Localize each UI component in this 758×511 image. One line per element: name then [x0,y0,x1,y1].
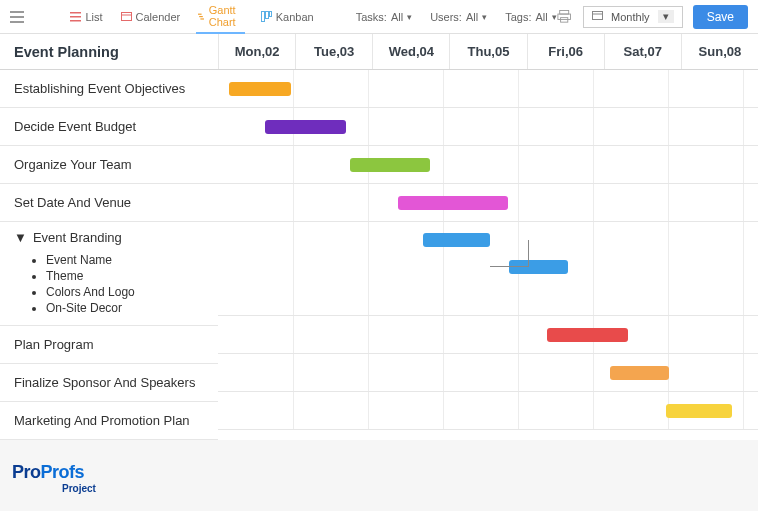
view-kanban[interactable]: Kanban [259,0,316,34]
svg-rect-6 [199,16,203,17]
footer-branding: ProProfs Project [0,440,758,504]
timeline-row [218,392,758,430]
task-list-pane: Event Planning Establishing Event Object… [0,34,218,440]
svg-rect-5 [198,14,202,15]
timeline-row [218,184,758,222]
task-row-label[interactable]: Organize Your Team [0,146,218,184]
chevron-down-icon: ▾ [407,12,412,22]
view-list-label: List [85,11,102,23]
svg-rect-1 [70,16,81,18]
calendar-icon [121,11,132,22]
filter-users[interactable]: Users: All ▾ [430,11,487,23]
task-row-label[interactable]: Marketing And Promotion Plan [0,402,218,440]
kanban-icon [261,11,272,22]
svg-rect-0 [70,12,81,14]
dependency-connector [490,240,529,267]
svg-rect-8 [261,12,264,22]
proprofs-logo: ProProfs [12,462,746,483]
task-row-label[interactable]: ▼ Event BrandingEvent NameThemeColors An… [0,222,218,326]
view-switcher: List Calender Gantt Chart Kanban [68,0,315,34]
view-list[interactable]: List [68,0,104,34]
gantt-bar[interactable] [547,328,628,342]
gantt-chart: Event Planning Establishing Event Object… [0,34,758,440]
day-column-header: Tue,03 [295,34,372,69]
logo-subtext: Project [62,483,746,494]
gantt-bar[interactable] [350,158,430,172]
view-calendar-label: Calender [136,11,181,23]
timeline-pane: Mon,02Tue,03Wed,04Thu,05Fri,06Sat,07Sun,… [218,34,758,440]
gantt-bar[interactable] [265,120,346,134]
gantt-bar[interactable] [229,82,291,96]
filter-bar: Tasks: All ▾ Users: All ▾ Tags: All ▾ [356,11,557,23]
view-gantt-label: Gantt Chart [209,4,243,28]
timeline-row [218,222,758,316]
period-select[interactable]: Monthly ▾ [583,6,683,28]
subtask-item[interactable]: On-Site Decor [46,301,135,315]
svg-rect-7 [201,19,205,20]
chevron-down-icon: ▾ [658,10,674,23]
task-row-label[interactable]: Establishing Event Objectives [0,70,218,108]
svg-rect-2 [70,20,81,22]
svg-rect-9 [265,12,268,19]
view-kanban-label: Kanban [276,11,314,23]
list-icon [70,11,81,22]
view-gantt[interactable]: Gantt Chart [196,0,245,34]
filter-tasks[interactable]: Tasks: All ▾ [356,11,412,23]
subtask-item[interactable]: Event Name [46,253,135,267]
gantt-bar[interactable] [666,404,732,418]
gantt-bar[interactable] [610,366,669,380]
svg-rect-10 [269,12,271,17]
task-row-label[interactable]: Finalize Sponsor And Speakers [0,364,218,402]
timeline-row [218,108,758,146]
period-value: Monthly [611,11,650,23]
collapse-icon[interactable]: ▼ [14,230,27,245]
view-calendar[interactable]: Calender [119,0,183,34]
subtask-item[interactable]: Colors And Logo [46,285,135,299]
save-button[interactable]: Save [693,5,748,29]
day-column-header: Sun,08 [681,34,758,69]
day-column-header: Mon,02 [218,34,295,69]
subtask-item[interactable]: Theme [46,269,135,283]
task-row-label[interactable]: Plan Program [0,326,218,364]
day-column-header: Sat,07 [604,34,681,69]
svg-rect-12 [558,14,571,19]
chevron-down-icon: ▾ [482,12,487,22]
day-column-header: Fri,06 [527,34,604,69]
day-column-header: Thu,05 [449,34,526,69]
chart-title: Event Planning [0,34,218,70]
gantt-bar[interactable] [398,196,508,210]
top-toolbar: List Calender Gantt Chart Kanban [0,0,758,34]
timeline-row [218,146,758,184]
svg-rect-11 [559,10,568,14]
timeline-row [218,70,758,108]
timeline-row [218,354,758,392]
task-row-label[interactable]: Set Date And Venue [0,184,218,222]
day-column-header: Wed,04 [372,34,449,69]
gantt-bar[interactable] [423,233,491,247]
calendar-small-icon [592,10,603,23]
print-icon[interactable] [557,10,571,24]
timeline-row [218,316,758,354]
hamburger-menu-icon[interactable] [10,9,24,25]
day-header: Mon,02Tue,03Wed,04Thu,05Fri,06Sat,07Sun,… [218,34,758,70]
task-row-label[interactable]: Decide Event Budget [0,108,218,146]
svg-rect-14 [593,12,603,20]
svg-rect-3 [121,13,131,21]
filter-tags[interactable]: Tags: All ▾ [505,11,557,23]
gantt-icon [198,10,205,21]
